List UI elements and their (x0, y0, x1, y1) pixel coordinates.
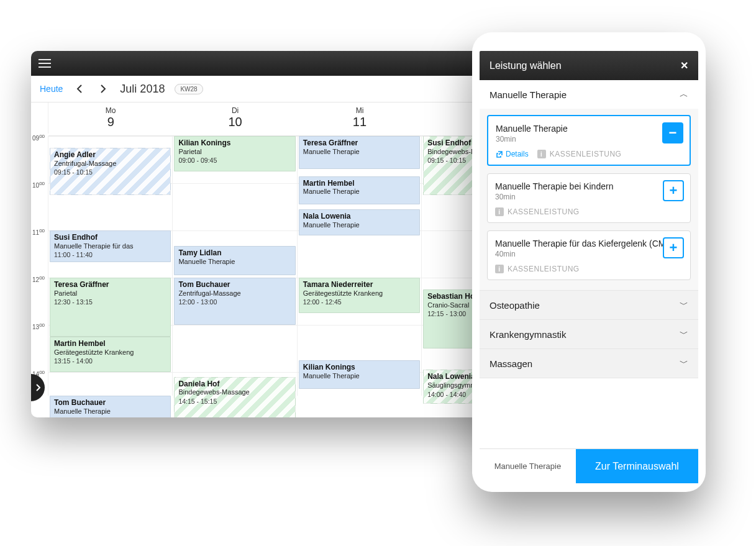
day-column[interactable]: Kilian KoningsParietal09:00 - 09:45Tamy … (173, 136, 297, 396)
day-header: Mo 9 (48, 102, 173, 135)
event-service: Manuelle Therapie (303, 148, 416, 156)
event-service: Parietal (178, 148, 291, 156)
calendar-event[interactable]: Martin HembelGerätegestützte Krankeng13:… (50, 337, 171, 372)
event-name: Teresa Gräffner (303, 139, 416, 148)
booking-phone: Leistung wählen ✕ Manuelle Therapie ︿Man… (472, 32, 706, 492)
external-link-icon (496, 150, 503, 158)
service-title: Manuelle Therapie bei Kindern (495, 181, 683, 191)
hour-label: 1300 (32, 322, 45, 330)
day-column[interactable]: Angie AdlerZentrifugal-Massage09:15 - 10… (48, 136, 173, 396)
event-name: Angie Adler (54, 151, 166, 160)
event-name: Kilian Konings (178, 139, 291, 148)
hour-label: 0900 (32, 134, 45, 142)
modal-title: Leistung wählen (490, 60, 562, 71)
chevron-down-icon: ﹀ (680, 299, 688, 311)
day-header: Mi 11 (298, 102, 422, 135)
event-name: Martin Hembel (54, 340, 166, 348)
today-button[interactable]: Heute (40, 84, 63, 94)
event-service: Manuelle Therapie (303, 372, 416, 380)
event-service: Manuelle Therapie (303, 188, 416, 196)
info-icon: i (495, 265, 504, 273)
event-name: Kilian Konings (303, 363, 416, 372)
event-name: Nala Lowenia (303, 212, 416, 221)
info-icon: i (495, 207, 504, 216)
prev-week-button[interactable] (73, 82, 86, 96)
modal-header: Leistung wählen ✕ (480, 51, 698, 80)
next-week-button[interactable] (96, 82, 110, 96)
service-card[interactable]: Manuelle Therapie 30min Details iKASSENL… (487, 115, 691, 166)
event-name: Susi Endhof (54, 234, 166, 242)
event-service: Zentrifugal-Massage (54, 160, 166, 168)
event-time: 13:15 - 14:00 (54, 357, 166, 365)
accordion-header[interactable]: Krankengymnastik ﹀ (480, 320, 698, 348)
weekday-label: Di (173, 106, 297, 115)
calendar-event[interactable]: Daniela HofBindegewebs-Massage14:15 - 15… (174, 377, 295, 417)
month-title: Juli 2018 (120, 83, 165, 96)
service-duration: 40min (495, 250, 683, 258)
calendar-event[interactable]: Kilian KoningsParietal09:00 - 09:45 (174, 136, 295, 171)
service-duration: 30min (495, 193, 683, 201)
calendar-event[interactable]: Kilian KoningsManuelle Therapie (299, 360, 420, 389)
service-title: Manuelle Therapie für das Kiefergelenk (… (495, 239, 683, 248)
accordion-label: Osteopathie (490, 300, 540, 311)
add-service-button[interactable]: + (663, 180, 684, 201)
calendar-event[interactable]: Tom BuchauerManuelle Therapie (50, 396, 171, 417)
day-number: 10 (173, 115, 297, 129)
weekday-label: Mo (48, 106, 173, 115)
to-appointment-button[interactable]: Zur Terminauswahl (576, 449, 698, 483)
event-service: Parietal (54, 289, 166, 298)
event-name: Martin Hembel (303, 180, 416, 188)
accordion-label: Manuelle Therapie (490, 89, 567, 100)
calendar-event[interactable]: Martin HembelManuelle Therapie (299, 176, 420, 205)
service-card[interactable]: Manuelle Therapie für das Kiefergelenk (… (487, 230, 691, 280)
close-icon[interactable]: ✕ (680, 60, 688, 71)
event-time: 09:15 - 10:15 (54, 168, 166, 176)
event-service: Gerätegestützte Krankeng (54, 348, 166, 357)
accordion-header[interactable]: Massagen ﹀ (480, 349, 698, 378)
info-icon: i (537, 150, 546, 158)
accordion-header[interactable]: Manuelle Therapie ︿ (480, 80, 698, 109)
day-number: 9 (48, 115, 173, 129)
insurance-badge: iKASSENLEISTUNG (495, 265, 580, 273)
event-name: Tom Buchauer (54, 399, 166, 407)
event-time: 11:00 - 11:40 (54, 251, 166, 258)
calendar-event[interactable]: Teresa GräffnerManuelle Therapie (299, 136, 420, 169)
event-time: 14:15 - 15:15 (178, 398, 291, 405)
accordion-label: Krankengymnastik (490, 329, 566, 340)
service-accordion: Manuelle Therapie ︿Manuelle Therapie 30m… (480, 80, 698, 448)
day-header: Di 10 (173, 102, 297, 135)
menu-icon[interactable] (39, 59, 51, 68)
calendar-event[interactable]: Tom BuchauerZentrifugal-Massage12:00 - 1… (174, 278, 295, 325)
summary-label: Manuelle Therapie (480, 449, 576, 483)
service-card[interactable]: Manuelle Therapie bei Kindern 30min iKAS… (487, 173, 691, 223)
details-link[interactable]: Details (496, 150, 529, 158)
accordion-header[interactable]: Osteopathie ﹀ (480, 291, 698, 319)
event-service: Manuelle Therapie (178, 258, 291, 266)
event-name: Tom Buchauer (178, 281, 291, 289)
event-name: Teresa Gräffner (54, 281, 166, 289)
accordion-label: Massagen (490, 358, 532, 369)
event-service: Zentrifugal-Massage (178, 289, 291, 298)
event-service: Bindegewebs-Massage (178, 388, 291, 396)
calendar-event[interactable]: Tamy LidlanManuelle Therapie (174, 246, 295, 275)
add-service-button[interactable]: + (663, 237, 684, 258)
day-number: 11 (298, 115, 422, 129)
event-name: Tamy Lidlan (178, 249, 291, 258)
calendar-event[interactable]: Angie AdlerZentrifugal-Massage09:15 - 10… (50, 148, 171, 195)
calendar-event[interactable]: Teresa GräffnerParietal12:30 - 13:15 (50, 278, 171, 337)
service-duration: 30min (496, 135, 682, 143)
event-time: 12:00 - 13:00 (178, 298, 291, 306)
calendar-event[interactable]: Nala LoweniaManuelle Therapie (299, 209, 420, 235)
event-time: 12:30 - 13:15 (54, 298, 166, 306)
event-service: Manuelle Therapie für das (54, 242, 166, 250)
event-service: Manuelle Therapie (54, 407, 166, 416)
chevron-down-icon: ﹀ (680, 329, 688, 340)
insurance-badge: iKASSENLEISTUNG (537, 150, 622, 158)
chevron-down-icon: ﹀ (680, 358, 688, 369)
calendar-event[interactable]: Susi EndhofManuelle Therapie für das11:0… (50, 230, 171, 262)
calendar-event[interactable]: Tamara NiederreiterGerätegestützte Krank… (299, 278, 420, 313)
day-column[interactable]: Teresa GräffnerManuelle TherapieMartin H… (298, 136, 422, 396)
remove-service-button[interactable]: − (662, 122, 683, 143)
service-title: Manuelle Therapie (496, 124, 682, 134)
event-name: Tamara Niederreiter (303, 281, 416, 289)
